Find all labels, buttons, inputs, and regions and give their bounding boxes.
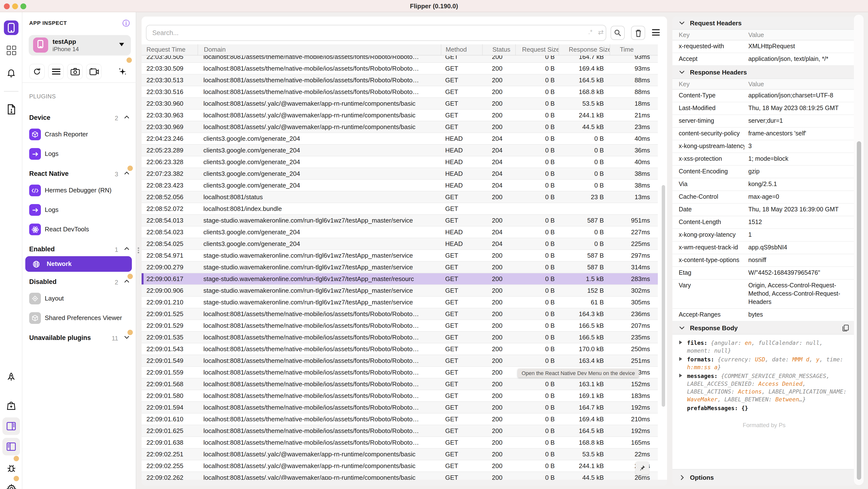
sidebar-item-logs[interactable]: Logs: [22, 144, 136, 164]
table-row[interactable]: 22:09:01.580localhost:8081/assets/theme/…: [142, 390, 658, 402]
table-row[interactable]: 22:09:01.525localhost:8081/assets/theme/…: [142, 308, 658, 320]
app-phone-icon: [33, 37, 48, 53]
column-header-method[interactable]: Method: [441, 44, 482, 55]
cell-method: GET: [441, 378, 482, 390]
column-header-status[interactable]: Status: [482, 44, 515, 55]
table-row[interactable]: 22:09:00.279stage-studio.wavemakeronline…: [142, 262, 658, 273]
sidebar-item-crash-reporter[interactable]: Crash Reporter: [22, 125, 136, 144]
column-header-response-size[interactable]: Response Size: [559, 44, 610, 55]
plugin-grid-icon[interactable]: [0, 45, 22, 55]
sidebar-item-network[interactable]: Network: [25, 256, 132, 272]
table-row[interactable]: 22:08:23.423clients3.google.com/generate…: [142, 180, 658, 192]
table-row[interactable]: 22:09:01.543localhost:8081/assets/theme/…: [142, 343, 658, 355]
table-row[interactable]: 22:08:52.056localhost:8081/statusGET2000…: [142, 192, 658, 203]
table-menu-icon[interactable]: [652, 29, 660, 37]
screen-record-button[interactable]: [86, 64, 102, 79]
table-row[interactable]: 22:09:01.568localhost:8081/assets/theme/…: [142, 378, 658, 390]
table-row[interactable]: 22:03:30.960localhost:8081/assets/.yalc/…: [142, 98, 658, 110]
refresh-button[interactable]: [29, 64, 45, 79]
plugin-group-header-unavailable-plugins[interactable]: Unavailable plugins11: [22, 333, 136, 344]
cell-domain: localhost:8081/assets/theme/native-mobil…: [197, 332, 441, 343]
table-row[interactable]: 22:09:02.255localhost:8081/assets/.yalc/…: [142, 460, 658, 472]
copy-icon[interactable]: [842, 324, 849, 332]
bug-report-icon[interactable]: [0, 463, 22, 474]
response-headers-section[interactable]: Response Headers: [673, 66, 856, 79]
table-row[interactable]: 22:05:23.289clients3.google.com/generate…: [142, 145, 658, 156]
scroll-pin-button[interactable]: [636, 461, 649, 475]
table-vertical-scrollbar[interactable]: [662, 185, 665, 407]
table-row[interactable]: 22:04:23.246clients3.google.com/generate…: [142, 133, 658, 145]
rocket-icon[interactable]: [0, 372, 22, 383]
notifications-bell-icon[interactable]: [0, 68, 22, 79]
menu-button[interactable]: [48, 64, 64, 79]
settings-gear-icon[interactable]: [0, 483, 22, 489]
left-panel-toggle-button[interactable]: [2, 438, 20, 455]
table-row[interactable]: 22:09:01.594localhost:8081/assets/theme/…: [142, 402, 658, 413]
table-row[interactable]: 22:03:30.509localhost:8081/assets/theme/…: [142, 63, 658, 75]
doc-alert-icon[interactable]: [0, 104, 22, 114]
sidebar-item-hermes-debugger-rn-[interactable]: Hermes Debugger (RN): [22, 181, 136, 200]
magic-wand-button[interactable]: [115, 64, 130, 79]
screenshot-camera-button[interactable]: [67, 64, 83, 79]
table-row[interactable]: 22:09:01.529localhost:8081/assets/theme/…: [142, 320, 658, 332]
response-body-section[interactable]: Response Body: [673, 321, 856, 335]
table-row[interactable]: 22:08:54.013stage-studio.wavemakeronline…: [142, 215, 658, 227]
table-row[interactable]: 22:07:23.382clients3.google.com/generate…: [142, 168, 658, 180]
info-icon[interactable]: ⓘ: [122, 19, 130, 28]
table-row[interactable]: 22:09:02.251localhost:8081/assets/.yalc/…: [142, 449, 658, 460]
column-header-request-size[interactable]: Request Size: [515, 44, 559, 55]
sidebar-item-layout[interactable]: Layout: [22, 289, 136, 308]
clear-trash-button[interactable]: [631, 26, 645, 40]
cell-response-size: 164.5 kB: [559, 75, 610, 86]
table-row[interactable]: 22:06:23.328clients3.google.com/generate…: [142, 156, 658, 168]
table-row[interactable]: 22:08:54.971stage-studio.wavemakeronline…: [142, 250, 658, 262]
cell-status: 200: [482, 98, 515, 109]
flipper-logo-icon[interactable]: [0, 21, 22, 35]
table-row-selected[interactable]: 22:09:00.617stage-studio.wavemakeronline…: [142, 273, 658, 285]
table-row[interactable]: 22:03:30.963localhost:8081/assets/.yalc/…: [142, 110, 658, 121]
search-button[interactable]: [611, 26, 625, 40]
right-panel-toggle-button[interactable]: [2, 418, 20, 435]
column-header-request-time[interactable]: Request Time: [142, 44, 197, 55]
expand-triangle-icon[interactable]: [679, 341, 682, 344]
plugin-group-header-device[interactable]: Device2: [22, 113, 136, 124]
chevron-down-icon: [679, 326, 685, 330]
request-headers-section[interactable]: Request Headers: [673, 17, 856, 30]
table-horizontal-scrollbar[interactable]: [142, 480, 667, 486]
regex-toggle-icon[interactable]: .*: [588, 28, 592, 35]
table-row[interactable]: 22:09:01.610localhost:8081/assets/theme/…: [142, 413, 658, 425]
plugin-group-header-disabled[interactable]: Disabled2: [22, 277, 136, 288]
window-scrollbar-thumb[interactable]: [857, 141, 861, 480]
column-header-domain[interactable]: Domain: [197, 44, 441, 55]
app-device-selector[interactable]: testApp iPhone 14: [29, 35, 131, 56]
cell-request-time: 22:09:01.625: [142, 425, 197, 436]
cell-status: 200: [482, 378, 515, 390]
table-row[interactable]: 22:03:30.969localhost:8081/assets/.yalc/…: [142, 121, 658, 133]
table-row[interactable]: 22:03:30.516localhost:8081/assets/theme/…: [142, 86, 658, 98]
table-row[interactable]: 22:09:01.638localhost:8081/assets/theme/…: [142, 437, 658, 449]
sidebar-item-react-devtools[interactable]: React DevTools: [22, 220, 136, 239]
expand-triangle-icon[interactable]: [679, 357, 682, 361]
table-row[interactable]: 22:03:30.505localhost:8081/assets/theme/…: [142, 56, 658, 63]
table-row[interactable]: 22:08:54.023clients3.google.com/generate…: [142, 227, 658, 238]
table-row[interactable]: 22:08:52.072localhost:8081/index.bundleG…: [142, 203, 658, 215]
sidebar-resize-handle[interactable]: [138, 247, 140, 254]
plugin-group-header-react-native[interactable]: React Native3: [22, 169, 136, 180]
swap-toggle-icon[interactable]: ⇄: [598, 28, 603, 36]
options-section[interactable]: Options: [673, 469, 856, 486]
table-row[interactable]: 22:09:01.549localhost:8081/assets/theme/…: [142, 355, 658, 367]
table-row[interactable]: 22:08:54.025clients3.google.com/generate…: [142, 238, 658, 250]
cell-time: 88ms: [610, 86, 653, 97]
table-row[interactable]: 22:09:01.210stage-studio.wavemakeronline…: [142, 297, 658, 308]
sidebar-item-logs[interactable]: Logs: [22, 200, 136, 220]
install-plugin-bag-icon[interactable]: [0, 399, 22, 411]
plugin-group-header-enabled[interactable]: Enabled1: [22, 244, 136, 255]
column-header-time[interactable]: Time: [610, 44, 653, 55]
search-input[interactable]: [146, 25, 606, 41]
expand-triangle-icon[interactable]: [679, 374, 682, 377]
table-row[interactable]: 22:09:01.625localhost:8081/assets/theme/…: [142, 425, 658, 437]
sidebar-item-shared-preferences-viewer[interactable]: Shared Preferences Viewer: [22, 308, 136, 328]
table-row[interactable]: 22:09:01.535localhost:8081/assets/theme/…: [142, 332, 658, 343]
table-row[interactable]: 22:03:30.513localhost:8081/assets/theme/…: [142, 75, 658, 86]
table-row[interactable]: 22:09:00.906stage-studio.wavemakeronline…: [142, 285, 658, 297]
